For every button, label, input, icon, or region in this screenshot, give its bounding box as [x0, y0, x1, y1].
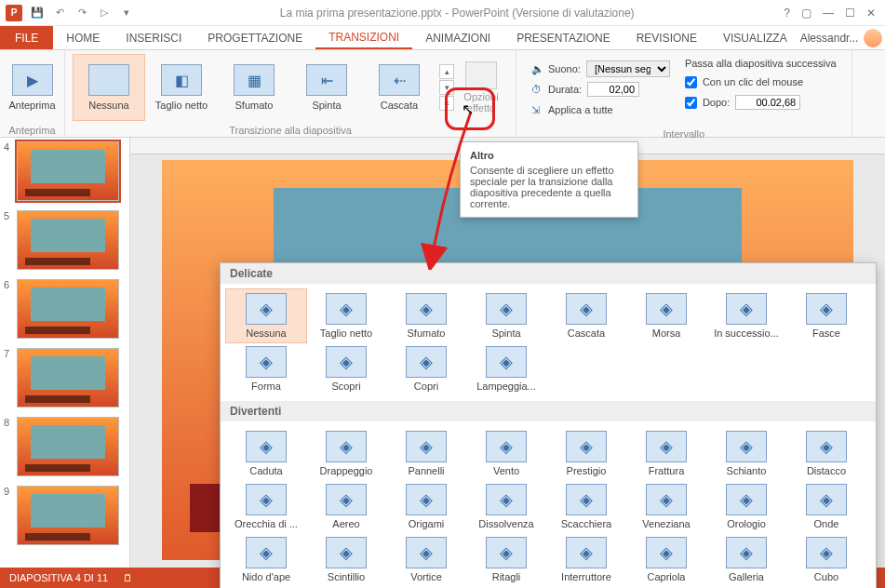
maximize-icon[interactable]: ☐ — [845, 7, 855, 20]
gallery-item[interactable]: ◈Spinta — [466, 289, 546, 342]
close-icon[interactable]: ✕ — [866, 7, 876, 20]
after-input[interactable] — [735, 95, 800, 110]
tab-inserisci[interactable]: INSERISCI — [113, 26, 194, 49]
gallery-item[interactable]: ◈Pannelli — [386, 427, 466, 480]
gallery-item[interactable]: ◈Orecchia di ... — [226, 480, 306, 533]
redo-icon[interactable]: ↷ — [74, 6, 89, 20]
gallery-item[interactable]: ◈Veneziana — [626, 480, 706, 533]
transition-cascata[interactable]: ⇠ Cascata — [363, 54, 436, 121]
gallery-item[interactable]: ◈Aereo — [306, 480, 386, 533]
transition-gallery-dropdown[interactable]: Delicate◈Nessuna◈Taglio netto◈Sfumato◈Sp… — [220, 262, 877, 588]
group-anteprima-label: Anteprima — [0, 125, 64, 138]
gallery-item[interactable]: ◈Drappeggio — [306, 427, 386, 480]
gallery-item[interactable]: ◈Dissolvenza — [466, 480, 546, 533]
slide-thumbnails[interactable]: 456789 — [0, 138, 130, 568]
transition-icon: ◈ — [326, 293, 367, 325]
notes-icon[interactable]: 🗒 — [123, 572, 133, 583]
gallery-item[interactable]: ◈Copri — [386, 342, 466, 395]
gallery-item[interactable]: ◈Capriola — [626, 533, 706, 586]
gallery-down-icon[interactable]: ▾ — [439, 80, 454, 95]
tab-progettazione[interactable]: PROGETTAZIONE — [194, 26, 315, 49]
gallery-item[interactable]: ◈Taglio netto — [306, 289, 386, 342]
tab-transizioni[interactable]: TRANSIZIONI — [315, 26, 412, 49]
gallery-item[interactable]: ◈Onde — [786, 480, 866, 533]
save-icon[interactable]: 💾 — [30, 6, 45, 20]
tab-animazioni[interactable]: ANIMAZIONI — [412, 26, 503, 49]
gallery-item[interactable]: ◈Frattura — [626, 427, 706, 480]
tab-revisione[interactable]: REVISIONE — [624, 26, 710, 49]
gallery-item[interactable]: ◈Scopri — [306, 342, 386, 395]
gallery-item[interactable]: ◈Galleria — [706, 533, 786, 586]
gallery-item-label: Galleria — [729, 571, 764, 582]
slide-thumb-9[interactable]: 9 — [4, 486, 126, 545]
gallery-item-label: Vortice — [410, 571, 442, 582]
suono-select[interactable]: [Nessun seg... — [586, 60, 670, 77]
slide-thumb-4[interactable]: 4 — [4, 141, 126, 201]
tab-home[interactable]: HOME — [53, 26, 113, 49]
user-avatar[interactable] — [864, 29, 882, 47]
gallery-item[interactable]: ◈Orologio — [706, 480, 786, 533]
anteprima-button[interactable]: ▶ Anteprima — [7, 54, 57, 121]
minimize-icon[interactable]: — — [823, 7, 834, 20]
file-tab[interactable]: FILE — [0, 26, 53, 49]
gallery-item[interactable]: ◈Lampeggia... — [466, 342, 546, 395]
ribbon-collapse-icon[interactable]: ▢ — [801, 7, 811, 20]
durata-input[interactable] — [587, 82, 639, 97]
user-area[interactable]: Alessandr... — [800, 26, 885, 49]
slide-thumb-8[interactable]: 8 — [4, 417, 126, 476]
slide-thumb-5[interactable]: 5 — [4, 210, 126, 270]
transition-sfumato[interactable]: ▦ Sfumato — [218, 54, 290, 121]
gallery-item[interactable]: ◈Origami — [386, 480, 466, 533]
gallery-item[interactable]: ◈Nessuna — [226, 289, 306, 342]
help-icon[interactable]: ? — [784, 7, 790, 20]
gallery-item[interactable]: ◈Cascata — [546, 289, 626, 342]
gallery-item[interactable]: ◈Forma — [226, 342, 306, 395]
gallery-more-button[interactable]: ≡ — [439, 96, 454, 111]
gallery-up-icon[interactable]: ▴ — [439, 64, 454, 79]
gallery-item[interactable]: ◈Vortice — [386, 533, 466, 586]
slide-thumb-7[interactable]: 7 — [4, 348, 126, 408]
gallery-item[interactable]: ◈Prestigio — [546, 427, 626, 480]
slide-thumb-6[interactable]: 6 — [4, 279, 126, 339]
qat-more-icon[interactable]: ▾ — [119, 6, 134, 20]
window-controls: ? ▢ — ☐ ✕ — [774, 7, 885, 20]
gallery-item[interactable]: ◈Schianto — [706, 427, 786, 480]
gallery-item[interactable]: ◈Cubo — [786, 533, 866, 586]
start-show-icon[interactable]: ▷ — [97, 6, 112, 20]
gallery-item[interactable]: ◈Fasce — [786, 289, 866, 342]
transition-nessuna[interactable]: Nessuna — [73, 54, 145, 121]
gallery-item-label: Scintillio — [328, 571, 365, 582]
opzioni-effetto-button[interactable]: Opzioni effetto — [454, 61, 508, 114]
gallery-item[interactable]: ◈Nido d'ape — [226, 533, 306, 586]
quick-access-toolbar: P 💾 ↶ ↷ ▷ ▾ — [0, 5, 140, 21]
after-checkbox[interactable] — [685, 97, 697, 109]
gallery-scroll: ▴ ▾ ≡ — [439, 64, 454, 111]
apply-all-icon: ⇲ — [531, 104, 543, 115]
undo-icon[interactable]: ↶ — [52, 6, 67, 20]
gallery-item[interactable]: ◈Scacchiera — [546, 480, 626, 533]
clock-icon: ⏱ — [531, 84, 543, 95]
transition-spinta[interactable]: ⇤ Spinta — [290, 54, 363, 121]
tab-visualizza[interactable]: VISUALIZZA — [710, 26, 800, 49]
group-intervallo: 🔈 Suono: [Nessun seg... ⏱ Durata: ⇲ Appl… — [516, 50, 852, 137]
gallery-item[interactable]: ◈Scintillio — [306, 533, 386, 586]
gallery-item[interactable]: ◈Distacco — [786, 427, 866, 480]
applica-tutte-button[interactable]: Applica a tutte — [548, 104, 613, 115]
gallery-item[interactable]: ◈Morsa — [626, 289, 706, 342]
gallery-item[interactable]: ◈Caduta — [226, 427, 306, 480]
more-tooltip: Altro Consente di scegliere un effetto s… — [460, 141, 638, 218]
tab-presentazione[interactable]: PRESENTAZIONE — [503, 26, 623, 49]
transition-icon: ◈ — [246, 484, 287, 515]
thumb-number: 5 — [4, 210, 13, 270]
gallery-item[interactable]: ◈Sfumato — [386, 289, 466, 342]
onclick-checkbox[interactable] — [685, 76, 697, 88]
gallery-item[interactable]: ◈In successio... — [706, 289, 786, 342]
gallery-item[interactable]: ◈Interruttore — [546, 533, 626, 586]
transition-taglio[interactable]: ◧ Taglio netto — [145, 54, 218, 121]
gallery-item-label: Ritagli — [492, 571, 521, 582]
gallery-item-label: Orecchia di ... — [235, 518, 298, 529]
gallery-item[interactable]: ◈Vento — [466, 427, 546, 480]
gallery-item[interactable]: ◈Ritagli — [466, 533, 546, 586]
gallery-item-label: In successio... — [714, 327, 779, 339]
transition-icon: ◈ — [406, 293, 447, 325]
